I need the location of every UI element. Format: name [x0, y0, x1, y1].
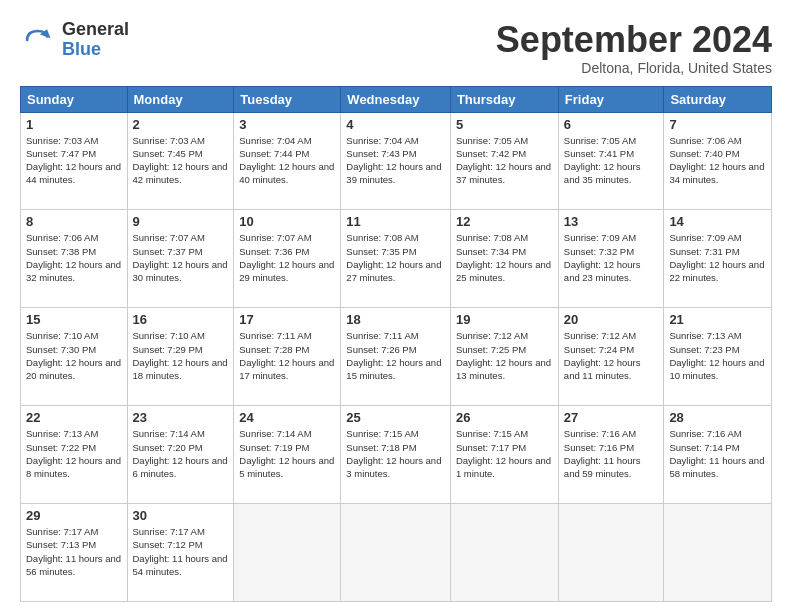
table-row: 27 Sunrise: 7:16 AM Sunset: 7:16 PM Dayl… [558, 406, 664, 504]
table-row [450, 504, 558, 602]
location: Deltona, Florida, United States [496, 60, 772, 76]
table-row: 22 Sunrise: 7:13 AM Sunset: 7:22 PM Dayl… [21, 406, 128, 504]
table-row: 13 Sunrise: 7:09 AM Sunset: 7:32 PM Dayl… [558, 210, 664, 308]
logo-icon [20, 22, 56, 58]
day-number: 26 [456, 410, 553, 425]
calendar-week-row: 15 Sunrise: 7:10 AM Sunset: 7:30 PM Dayl… [21, 308, 772, 406]
day-info: Sunrise: 7:06 AM Sunset: 7:38 PM Dayligh… [26, 231, 122, 284]
day-number: 11 [346, 214, 445, 229]
table-row [341, 504, 451, 602]
day-info: Sunrise: 7:03 AM Sunset: 7:47 PM Dayligh… [26, 134, 122, 187]
day-number: 10 [239, 214, 335, 229]
logo-line2: Blue [62, 40, 129, 60]
table-row: 16 Sunrise: 7:10 AM Sunset: 7:29 PM Dayl… [127, 308, 234, 406]
day-number: 15 [26, 312, 122, 327]
day-info: Sunrise: 7:04 AM Sunset: 7:44 PM Dayligh… [239, 134, 335, 187]
day-number: 18 [346, 312, 445, 327]
table-row: 5 Sunrise: 7:05 AM Sunset: 7:42 PM Dayli… [450, 112, 558, 210]
table-row: 28 Sunrise: 7:16 AM Sunset: 7:14 PM Dayl… [664, 406, 772, 504]
day-number: 28 [669, 410, 766, 425]
day-info: Sunrise: 7:12 AM Sunset: 7:25 PM Dayligh… [456, 329, 553, 382]
table-row: 4 Sunrise: 7:04 AM Sunset: 7:43 PM Dayli… [341, 112, 451, 210]
table-row: 24 Sunrise: 7:14 AM Sunset: 7:19 PM Dayl… [234, 406, 341, 504]
col-thursday: Thursday [450, 86, 558, 112]
day-number: 9 [133, 214, 229, 229]
table-row: 21 Sunrise: 7:13 AM Sunset: 7:23 PM Dayl… [664, 308, 772, 406]
day-info: Sunrise: 7:14 AM Sunset: 7:19 PM Dayligh… [239, 427, 335, 480]
table-row: 19 Sunrise: 7:12 AM Sunset: 7:25 PM Dayl… [450, 308, 558, 406]
day-number: 7 [669, 117, 766, 132]
day-info: Sunrise: 7:10 AM Sunset: 7:30 PM Dayligh… [26, 329, 122, 382]
table-row: 11 Sunrise: 7:08 AM Sunset: 7:35 PM Dayl… [341, 210, 451, 308]
month-title: September 2024 [496, 20, 772, 60]
day-info: Sunrise: 7:10 AM Sunset: 7:29 PM Dayligh… [133, 329, 229, 382]
day-info: Sunrise: 7:17 AM Sunset: 7:13 PM Dayligh… [26, 525, 122, 578]
calendar-week-row: 1 Sunrise: 7:03 AM Sunset: 7:47 PM Dayli… [21, 112, 772, 210]
col-friday: Friday [558, 86, 664, 112]
table-row: 9 Sunrise: 7:07 AM Sunset: 7:37 PM Dayli… [127, 210, 234, 308]
calendar-week-row: 8 Sunrise: 7:06 AM Sunset: 7:38 PM Dayli… [21, 210, 772, 308]
col-monday: Monday [127, 86, 234, 112]
table-row: 2 Sunrise: 7:03 AM Sunset: 7:45 PM Dayli… [127, 112, 234, 210]
day-number: 16 [133, 312, 229, 327]
day-info: Sunrise: 7:03 AM Sunset: 7:45 PM Dayligh… [133, 134, 229, 187]
days-of-week-row: Sunday Monday Tuesday Wednesday Thursday… [21, 86, 772, 112]
table-row: 10 Sunrise: 7:07 AM Sunset: 7:36 PM Dayl… [234, 210, 341, 308]
table-row: 25 Sunrise: 7:15 AM Sunset: 7:18 PM Dayl… [341, 406, 451, 504]
day-number: 24 [239, 410, 335, 425]
col-saturday: Saturday [664, 86, 772, 112]
logo: General Blue [20, 20, 129, 60]
day-info: Sunrise: 7:04 AM Sunset: 7:43 PM Dayligh… [346, 134, 445, 187]
day-number: 21 [669, 312, 766, 327]
page: General Blue September 2024 Deltona, Flo… [0, 0, 792, 612]
day-info: Sunrise: 7:13 AM Sunset: 7:23 PM Dayligh… [669, 329, 766, 382]
col-wednesday: Wednesday [341, 86, 451, 112]
table-row: 30 Sunrise: 7:17 AM Sunset: 7:12 PM Dayl… [127, 504, 234, 602]
table-row: 8 Sunrise: 7:06 AM Sunset: 7:38 PM Dayli… [21, 210, 128, 308]
day-info: Sunrise: 7:11 AM Sunset: 7:28 PM Dayligh… [239, 329, 335, 382]
day-info: Sunrise: 7:17 AM Sunset: 7:12 PM Dayligh… [133, 525, 229, 578]
table-row: 1 Sunrise: 7:03 AM Sunset: 7:47 PM Dayli… [21, 112, 128, 210]
day-number: 17 [239, 312, 335, 327]
day-info: Sunrise: 7:09 AM Sunset: 7:31 PM Dayligh… [669, 231, 766, 284]
logo-text: General Blue [62, 20, 129, 60]
day-number: 20 [564, 312, 659, 327]
day-info: Sunrise: 7:16 AM Sunset: 7:14 PM Dayligh… [669, 427, 766, 480]
table-row [664, 504, 772, 602]
day-info: Sunrise: 7:13 AM Sunset: 7:22 PM Dayligh… [26, 427, 122, 480]
day-number: 19 [456, 312, 553, 327]
day-info: Sunrise: 7:07 AM Sunset: 7:37 PM Dayligh… [133, 231, 229, 284]
table-row: 6 Sunrise: 7:05 AM Sunset: 7:41 PM Dayli… [558, 112, 664, 210]
day-info: Sunrise: 7:06 AM Sunset: 7:40 PM Dayligh… [669, 134, 766, 187]
col-sunday: Sunday [21, 86, 128, 112]
table-row: 23 Sunrise: 7:14 AM Sunset: 7:20 PM Dayl… [127, 406, 234, 504]
table-row: 14 Sunrise: 7:09 AM Sunset: 7:31 PM Dayl… [664, 210, 772, 308]
day-number: 25 [346, 410, 445, 425]
table-row: 3 Sunrise: 7:04 AM Sunset: 7:44 PM Dayli… [234, 112, 341, 210]
header: General Blue September 2024 Deltona, Flo… [20, 20, 772, 76]
day-info: Sunrise: 7:09 AM Sunset: 7:32 PM Dayligh… [564, 231, 659, 284]
table-row [234, 504, 341, 602]
day-info: Sunrise: 7:08 AM Sunset: 7:34 PM Dayligh… [456, 231, 553, 284]
day-number: 4 [346, 117, 445, 132]
day-number: 29 [26, 508, 122, 523]
day-number: 6 [564, 117, 659, 132]
day-number: 1 [26, 117, 122, 132]
calendar-week-row: 29 Sunrise: 7:17 AM Sunset: 7:13 PM Dayl… [21, 504, 772, 602]
day-info: Sunrise: 7:05 AM Sunset: 7:42 PM Dayligh… [456, 134, 553, 187]
day-info: Sunrise: 7:15 AM Sunset: 7:18 PM Dayligh… [346, 427, 445, 480]
calendar-week-row: 22 Sunrise: 7:13 AM Sunset: 7:22 PM Dayl… [21, 406, 772, 504]
day-info: Sunrise: 7:11 AM Sunset: 7:26 PM Dayligh… [346, 329, 445, 382]
table-row [558, 504, 664, 602]
day-number: 22 [26, 410, 122, 425]
day-number: 30 [133, 508, 229, 523]
calendar-header: Sunday Monday Tuesday Wednesday Thursday… [21, 86, 772, 112]
day-number: 8 [26, 214, 122, 229]
table-row: 29 Sunrise: 7:17 AM Sunset: 7:13 PM Dayl… [21, 504, 128, 602]
day-number: 3 [239, 117, 335, 132]
day-number: 5 [456, 117, 553, 132]
table-row: 12 Sunrise: 7:08 AM Sunset: 7:34 PM Dayl… [450, 210, 558, 308]
table-row: 17 Sunrise: 7:11 AM Sunset: 7:28 PM Dayl… [234, 308, 341, 406]
day-info: Sunrise: 7:07 AM Sunset: 7:36 PM Dayligh… [239, 231, 335, 284]
day-number: 2 [133, 117, 229, 132]
